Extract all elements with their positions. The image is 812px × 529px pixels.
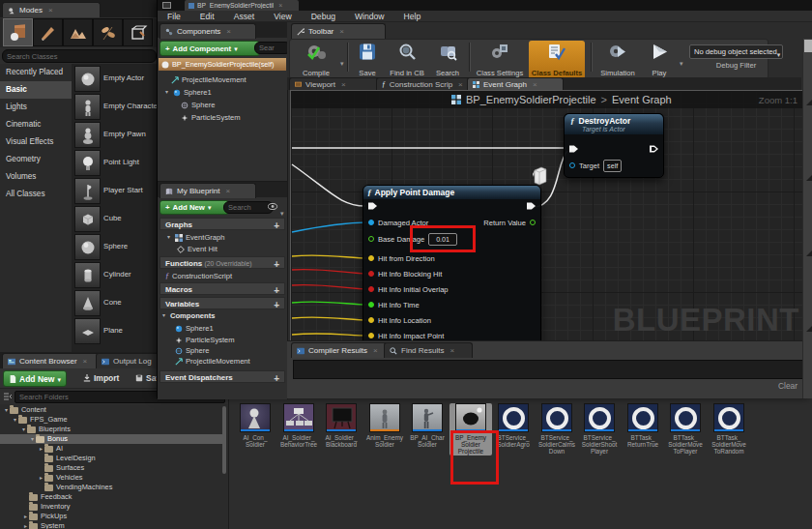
asset-bttask-soldiermovetorandom[interactable]: BTTask_ SoldierMove ToRandom (708, 403, 750, 456)
search-classes-input[interactable] (2, 49, 157, 63)
asset-bttask-returntrue[interactable]: BTTask_ ReturnTrue (622, 403, 664, 448)
pin-hit-info-time[interactable]: Hit Info Time (368, 299, 536, 310)
category-geometry[interactable]: Geometry (0, 151, 72, 168)
close-icon[interactable] (339, 27, 344, 36)
tab-event-graph[interactable]: Event Graph (467, 77, 564, 91)
category-volumes[interactable]: Volumes (0, 168, 72, 186)
tab-modes[interactable]: Modes (2, 2, 101, 17)
close-icon[interactable] (83, 357, 88, 366)
close-icon[interactable] (373, 346, 378, 355)
mode-landscape-button[interactable] (63, 18, 93, 46)
category-all-classes[interactable]: All Classes (0, 186, 72, 203)
pin-icon[interactable] (368, 236, 374, 242)
pin-icon[interactable] (368, 317, 374, 323)
clear-log-button[interactable]: Clear (778, 381, 798, 391)
macros-section-header[interactable]: Macros (160, 282, 285, 295)
menu-debug[interactable]: Debug (309, 12, 337, 21)
component-root-row[interactable]: BP_EnemySoldierProjectile(self) (159, 58, 286, 71)
exec-pin-icon[interactable] (650, 145, 658, 154)
expand-arrow-icon[interactable] (3, 405, 10, 415)
event-dispatchers-section-header[interactable]: Event Dispatchers (160, 370, 285, 383)
folder-fps-game[interactable]: FPS_Game (0, 415, 222, 425)
expand-arrow-icon[interactable] (12, 415, 18, 425)
menu-help[interactable]: Help (402, 12, 423, 21)
destroy-actor-node[interactable]: ƒDestroyActor Target is Actor Target sel… (564, 113, 664, 178)
folder-blueprints[interactable]: Blueprints (0, 425, 222, 434)
expand-arrow-icon[interactable] (160, 310, 167, 321)
mode-geometry-button[interactable] (123, 18, 153, 46)
add-component-button[interactable]: + Add Component (160, 41, 260, 56)
tab-my-blueprint[interactable]: My Blueprint (160, 183, 256, 198)
folder-system[interactable]: System (0, 521, 222, 529)
pin-icon[interactable] (368, 286, 374, 292)
category-recently-placed[interactable]: Recently Placed (0, 64, 72, 81)
folder-content[interactable]: Content (0, 405, 222, 415)
expand-arrow-icon[interactable] (22, 521, 29, 529)
collapsed-panel-strip[interactable] (802, 39, 812, 398)
graphs-section-header[interactable]: Graphs (160, 218, 285, 230)
mode-paint-button[interactable] (33, 18, 63, 46)
functions-section-header[interactable]: Functions (20 Overridable) (160, 256, 285, 269)
var-sphere1[interactable]: Sphere1 (175, 323, 285, 334)
close-icon[interactable] (48, 6, 53, 15)
components-category-row[interactable]: Components (160, 310, 285, 321)
compile-button[interactable]: Compile (293, 41, 339, 79)
category-basic[interactable]: Basic (0, 81, 72, 99)
menu-asset[interactable]: Asset (232, 12, 257, 21)
asset-bttask-soldiermovetoplayer[interactable]: BTTask_ SoldierMove ToPlayer (664, 403, 707, 456)
var-projectilemovement[interactable]: ProjectileMovement (175, 356, 285, 367)
tab-construction-script[interactable]: ƒ Construction Scrip (376, 77, 473, 90)
asset-btservice-soldiershootplayer[interactable]: BTService_ SoldierShoot Player (578, 403, 621, 456)
item-empty-pawn[interactable]: Empty Pawn (72, 120, 157, 148)
target-pin-icon[interactable] (569, 162, 575, 168)
play-options-chevron-icon[interactable] (680, 52, 683, 70)
exec-out-pin[interactable] (368, 200, 536, 212)
pin-icon[interactable] (530, 220, 536, 225)
folder-bonus[interactable]: Bonus (0, 434, 222, 444)
folder-tree-scrollbar[interactable] (222, 406, 226, 474)
tab-content-browser[interactable]: Content Browser (2, 353, 104, 368)
bp-search-input[interactable] (223, 201, 274, 214)
find-in-cb-button[interactable]: Find in CB (386, 41, 428, 79)
variables-section-header[interactable]: Variables (160, 297, 285, 309)
event-graph-canvas[interactable]: BP_EnemySoldierProjectile > Event Graph … (290, 90, 806, 341)
simulation-button[interactable]: Simulation (594, 41, 641, 79)
bp-add-new-button[interactable]: + Add New (160, 200, 229, 215)
item-plane[interactable]: Plane (72, 316, 157, 344)
category-visual-effects[interactable]: Visual Effects (0, 133, 72, 151)
var-sphere[interactable]: Sphere (175, 345, 285, 356)
expand-arrow-icon[interactable] (38, 444, 44, 454)
pin-icon[interactable] (368, 302, 374, 308)
pin-hit-from-direction[interactable]: Hit from Direction (368, 252, 536, 264)
folder-inventory[interactable]: Inventory (0, 502, 222, 512)
tab-find-results[interactable]: Find Results (384, 342, 473, 358)
expand-arrow-icon[interactable] (163, 87, 170, 98)
asset-ai-soldier-blackboard[interactable]: AI_Soldier_ Blackboard (320, 403, 362, 448)
close-icon[interactable] (225, 187, 230, 195)
tab-toolbar[interactable]: Toolbar (291, 23, 386, 39)
mode-place-button[interactable] (3, 18, 33, 46)
folder-leveldesign[interactable]: LevelDesign (0, 454, 222, 463)
asset-btservice-soldiercalmsdown[interactable]: BTService_ SoldierCalms Down (536, 403, 578, 456)
close-icon[interactable] (458, 80, 463, 89)
target-pin-row[interactable]: Target self (569, 160, 658, 171)
compiler-results-log[interactable] (293, 360, 803, 379)
folder-surfaces[interactable]: Surfaces (0, 463, 222, 473)
close-icon[interactable] (278, 2, 282, 9)
add-function-icon[interactable] (274, 258, 279, 271)
menu-file[interactable]: File (165, 12, 183, 21)
folder-ai[interactable]: AI (0, 444, 222, 454)
exec-out-pin[interactable] (569, 143, 658, 155)
cb-import-button[interactable]: Import (83, 370, 119, 385)
item-cylinder[interactable]: Cylinder (72, 260, 157, 288)
compile-options-chevron-icon[interactable] (340, 52, 344, 70)
search-button[interactable]: Search (430, 41, 465, 79)
category-lights[interactable]: Lights (0, 99, 72, 116)
expand-arrow-icon[interactable] (20, 425, 27, 434)
document-tab[interactable]: BP_EnemySoldierProjectil (185, 0, 299, 11)
item-cone[interactable]: Cone (72, 288, 157, 316)
add-macro-icon[interactable] (274, 284, 279, 297)
folder-pickups[interactable]: PickUps (0, 512, 222, 521)
cb-add-new-button[interactable]: Add New (3, 370, 67, 387)
item-cube[interactable]: Cube (72, 204, 157, 232)
